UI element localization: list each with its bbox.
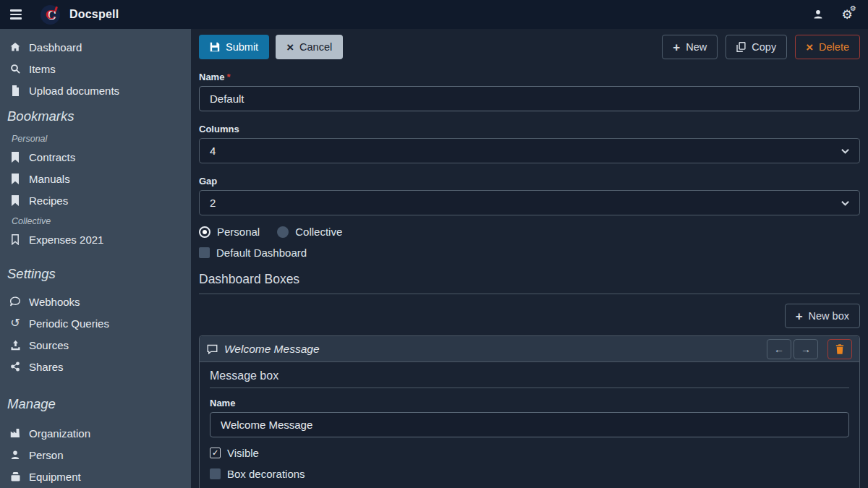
checkbox-unchecked-icon: [210, 468, 221, 479]
sidebar-item-contracts[interactable]: Contracts: [0, 146, 191, 168]
gap-label: Gap: [199, 176, 860, 187]
plus-icon: +: [673, 41, 680, 53]
bookmark-outline-icon: [9, 234, 22, 245]
sidebar-item-sources[interactable]: Sources: [0, 334, 191, 356]
bookmark-icon: [9, 152, 22, 163]
checkbox-unchecked-icon: [199, 247, 210, 258]
app-title: Docspell: [69, 8, 119, 21]
sidebar-item-periodic-queries[interactable]: ↺ Periodic Queries: [0, 312, 191, 334]
menu-icon[interactable]: [1, 0, 30, 29]
sidebar-item-expenses-2021[interactable]: Expenses 2021: [0, 228, 191, 250]
sidebar-item-label: Webhooks: [29, 296, 80, 308]
sidebar-item-label: Equipment: [29, 471, 81, 483]
sidebar-item-person[interactable]: Person: [0, 444, 191, 466]
sidebar-item-label: Upload documents: [29, 85, 119, 97]
sidebar: Dasbhoard Items Upload documents Bookmar…: [0, 29, 191, 488]
sidebar-item-webhooks[interactable]: Webhooks: [0, 291, 191, 312]
upload-icon: [9, 340, 22, 351]
gap-select[interactable]: 2: [199, 190, 860, 215]
name-input[interactable]: [199, 86, 860, 111]
bookmark-icon: [9, 195, 22, 206]
sidebar-item-label: Items: [29, 63, 56, 75]
delete-box-button[interactable]: [827, 339, 852, 359]
logo-letter: C: [46, 9, 56, 21]
docspell-logo: C: [41, 5, 60, 25]
move-box-right-button[interactable]: →: [793, 339, 818, 359]
sidebar-section-manage: Manage: [0, 389, 191, 416]
box-name-label: Name: [210, 398, 849, 408]
sidebar-item-label: Dasbhoard: [29, 41, 82, 53]
box-type-label: Message box: [210, 369, 849, 388]
name-label: Name*: [199, 72, 860, 82]
history-icon: ↺: [9, 317, 22, 329]
sidebar-item-label: Organization: [29, 427, 90, 440]
sidebar-item-label: Person: [29, 449, 64, 461]
box-panel-header: Welcome Message ← →: [200, 336, 859, 362]
submit-button[interactable]: Submit: [199, 35, 269, 59]
person-icon: [9, 450, 22, 461]
close-icon: ×: [286, 41, 294, 53]
move-box-left-button[interactable]: ←: [767, 339, 791, 359]
arrow-right-icon: →: [801, 343, 811, 355]
plus-icon: +: [796, 310, 803, 322]
trash-icon: [835, 344, 844, 354]
user-account-icon[interactable]: [807, 4, 829, 25]
radio-unselected-icon: [277, 226, 289, 238]
speech-bubble-icon: [207, 344, 218, 354]
sidebar-item-label: Manuals: [29, 173, 70, 185]
delete-button[interactable]: × Delete: [795, 35, 860, 59]
new-box-button[interactable]: + New box: [785, 304, 860, 328]
checkbox-checked-icon: ✓: [210, 448, 221, 458]
cancel-button[interactable]: × Cancel: [276, 35, 343, 59]
toolbar: Submit × Cancel + New Copy × Delete: [199, 35, 860, 59]
sidebar-item-items[interactable]: Items: [0, 58, 191, 80]
sidebar-item-equipment[interactable]: Equipment: [0, 466, 191, 487]
sidebar-item-dashboard[interactable]: Dasbhoard: [0, 36, 191, 58]
sidebar-item-manuals[interactable]: Manuals: [0, 168, 191, 189]
home-icon: [9, 41, 22, 53]
box-decorations-checkbox[interactable]: Box decorations: [210, 468, 305, 480]
sidebar-subsection-personal: Personal: [0, 129, 191, 146]
sidebar-section-bookmarks: Bookmarks: [0, 101, 191, 129]
bookmark-icon: [9, 174, 22, 184]
settings-gears-icon[interactable]: ⚙ ⚙: [836, 4, 858, 25]
factory-icon: [9, 428, 22, 438]
visible-checkbox[interactable]: ✓ Visible: [210, 447, 259, 459]
sidebar-item-label: Sources: [29, 339, 69, 351]
sidebar-item-upload-documents[interactable]: Upload documents: [0, 80, 191, 101]
sidebar-item-label: Contracts: [29, 151, 75, 163]
radio-collective[interactable]: Collective: [277, 226, 342, 238]
share-icon: [9, 361, 22, 372]
copy-icon: [736, 42, 746, 52]
equipment-box-icon: [9, 471, 22, 481]
sidebar-item-label: Recipes: [29, 194, 68, 207]
topbar: C Docspell ⚙ ⚙: [0, 0, 868, 29]
dashboard-box-panel: Welcome Message ← → Message box Name: [199, 335, 860, 488]
new-button[interactable]: + New: [662, 35, 718, 59]
sidebar-item-shares[interactable]: Shares: [0, 356, 191, 377]
default-dashboard-checkbox[interactable]: Default Dashboard: [199, 247, 307, 259]
chevron-down-icon: [841, 200, 849, 206]
sidebar-item-recipes[interactable]: Recipes: [0, 189, 191, 211]
required-asterisk: *: [226, 72, 230, 82]
columns-select[interactable]: 4: [199, 138, 860, 163]
main-content: Submit × Cancel + New Copy × Delete Name…: [191, 29, 868, 488]
sidebar-section-settings: Settings: [0, 259, 191, 286]
sidebar-item-label: Shares: [29, 361, 64, 373]
sidebar-item-label: Expenses 2021: [29, 234, 103, 246]
box-title: Welcome Message: [224, 343, 320, 356]
delete-x-icon: ×: [806, 41, 813, 53]
sidebar-item-label: Periodic Queries: [29, 317, 109, 330]
radio-selected-icon: [199, 226, 210, 238]
sidebar-subsection-collective: Collective: [0, 211, 191, 228]
comment-icon: [9, 296, 22, 307]
sidebar-item-organization[interactable]: Organization: [0, 422, 191, 444]
arrow-left-icon: ←: [774, 343, 784, 355]
search-icon: [9, 64, 22, 74]
box-name-input[interactable]: [210, 412, 849, 437]
save-icon: [210, 42, 220, 52]
radio-personal[interactable]: Personal: [199, 226, 260, 238]
file-upload-icon: [9, 85, 22, 96]
copy-button[interactable]: Copy: [726, 35, 787, 59]
columns-label: Columns: [199, 124, 860, 134]
